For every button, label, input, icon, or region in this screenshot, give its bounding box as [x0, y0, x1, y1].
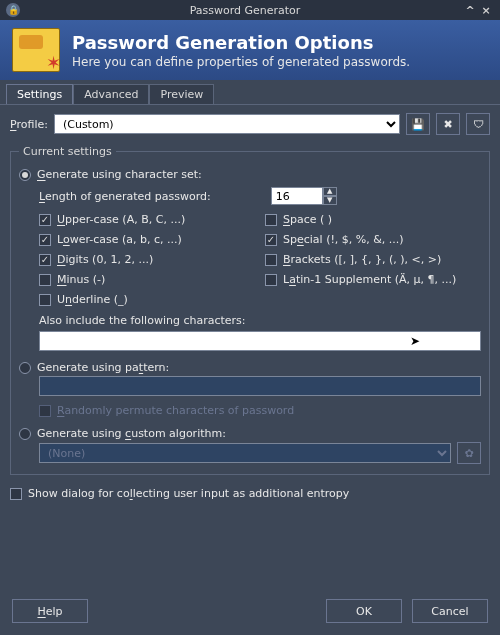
delete-profile-button[interactable]: ✖ — [436, 113, 460, 135]
window-title: Password Generator — [28, 4, 462, 17]
mode-pattern-row: Generate using pattern: — [19, 361, 481, 374]
check-minus[interactable] — [39, 274, 51, 286]
window: 🔒 Password Generator ^ × Password Genera… — [0, 0, 500, 635]
tab-advanced[interactable]: Advanced — [73, 84, 149, 105]
pattern-input — [39, 376, 481, 396]
algorithm-settings-button[interactable]: ✿ — [457, 442, 481, 464]
key-star-icon — [12, 28, 60, 72]
length-up-button[interactable]: ▲ — [323, 187, 337, 196]
profile-row: Profile: (Custom) 💾 ✖ 🛡 — [10, 113, 490, 135]
mode-algorithm-radio[interactable] — [19, 428, 31, 440]
mode-pattern-radio[interactable] — [19, 362, 31, 374]
mode-pattern-label: Generate using pattern: — [37, 361, 169, 374]
check-permute — [39, 405, 51, 417]
save-profile-button[interactable]: 💾 — [406, 113, 430, 135]
header-title: Password Generation Options — [72, 32, 410, 53]
label-digits: Digits (0, 1, 2, ...) — [57, 253, 153, 266]
profile-select[interactable]: (Custom) — [54, 114, 400, 134]
mode-algorithm-row: Generate using custom algorithm: — [19, 427, 481, 440]
window-minimize-button[interactable]: ^ — [462, 4, 478, 17]
tab-content-settings: Profile: (Custom) 💾 ✖ 🛡 Current settings… — [0, 104, 500, 589]
check-entropy[interactable] — [10, 488, 22, 500]
charset-subpanel: Length of generated password: ▲ ▼ Upper-… — [19, 187, 481, 351]
pattern-subpanel: Randomly permute characters of password — [19, 376, 481, 417]
check-latin1[interactable] — [265, 274, 277, 286]
mode-charset-label: Generate using character set: — [37, 168, 202, 181]
policy-button[interactable]: 🛡 — [466, 113, 490, 135]
header-subtitle: Here you can define properties of genera… — [72, 55, 410, 69]
profile-label: Profile: — [10, 118, 48, 131]
app-lock-icon: 🔒 — [6, 3, 20, 17]
help-button[interactable]: Help — [12, 599, 88, 623]
group-legend: Current settings — [19, 145, 116, 158]
mode-charset-radio[interactable] — [19, 169, 31, 181]
label-brackets: Brackets ([, ], {, }, (, ), <, >) — [283, 253, 441, 266]
check-lower[interactable] — [39, 234, 51, 246]
label-permute: Randomly permute characters of password — [57, 404, 294, 417]
charset-options-grid: Upper-case (A, B, C, ...) Space ( ) Lowe… — [39, 213, 481, 306]
length-label: Length of generated password: — [39, 190, 211, 203]
disk-icon: 💾 — [411, 118, 425, 131]
mouse-cursor-icon: ➤ — [410, 334, 420, 348]
label-lower: Lower-case (a, b, c, ...) — [57, 233, 182, 246]
also-include-input[interactable]: ➤ — [39, 331, 481, 351]
mode-charset-row: Generate using character set: — [19, 168, 481, 181]
label-minus: Minus (-) — [57, 273, 105, 286]
algorithm-subpanel: (None) ✿ — [19, 442, 481, 464]
tab-preview[interactable]: Preview — [149, 84, 214, 105]
header-text: Password Generation Options Here you can… — [72, 32, 410, 69]
cancel-button[interactable]: Cancel — [412, 599, 488, 623]
label-underline: Underline (_) — [57, 293, 128, 306]
current-settings-group: Current settings Generate using characte… — [10, 145, 490, 475]
length-input[interactable] — [271, 187, 323, 205]
gear-icon: ✿ — [464, 447, 473, 460]
check-upper[interactable] — [39, 214, 51, 226]
label-entropy: Show dialog for collecting user input as… — [28, 487, 349, 500]
label-latin1: Latin-1 Supplement (Ä, µ, ¶, ...) — [283, 273, 456, 286]
shield-icon: 🛡 — [473, 118, 484, 131]
tab-bar: Settings Advanced Preview — [0, 80, 500, 105]
label-upper: Upper-case (A, B, C, ...) — [57, 213, 185, 226]
titlebar: 🔒 Password Generator ^ × — [0, 0, 500, 20]
algorithm-select: (None) — [39, 443, 451, 463]
label-special: Special (!, $, %, &, ...) — [283, 233, 404, 246]
window-close-button[interactable]: × — [478, 4, 494, 17]
length-row: Length of generated password: ▲ ▼ — [39, 187, 481, 205]
label-space: Space ( ) — [283, 213, 332, 226]
length-spinner: ▲ ▼ — [271, 187, 337, 205]
ok-button[interactable]: OK — [326, 599, 402, 623]
x-icon: ✖ — [443, 118, 452, 131]
check-digits[interactable] — [39, 254, 51, 266]
dialog-footer: Help OK Cancel — [0, 589, 500, 635]
tab-settings[interactable]: Settings — [6, 84, 73, 105]
check-underline[interactable] — [39, 294, 51, 306]
entropy-row: Show dialog for collecting user input as… — [10, 487, 490, 500]
check-brackets[interactable] — [265, 254, 277, 266]
length-down-button[interactable]: ▼ — [323, 196, 337, 205]
check-special[interactable] — [265, 234, 277, 246]
header-banner: Password Generation Options Here you can… — [0, 20, 500, 80]
also-include-label: Also include the following characters: — [39, 314, 481, 327]
check-space[interactable] — [265, 214, 277, 226]
mode-algorithm-label: Generate using custom algorithm: — [37, 427, 226, 440]
